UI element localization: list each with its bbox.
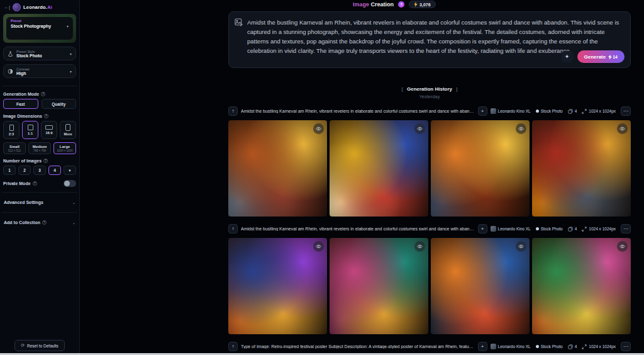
info-icon[interactable] xyxy=(33,181,37,186)
landscape-ratio-icon xyxy=(45,125,53,130)
row-menu-button[interactable]: ⋯ xyxy=(621,342,631,351)
help-badge[interactable]: ? xyxy=(398,1,404,8)
generation-prompt[interactable]: Type of Image: Retro-inspired festival p… xyxy=(241,344,475,349)
count-3-button[interactable]: 3 xyxy=(33,166,46,175)
ratio-more-button[interactable]: More xyxy=(60,121,76,139)
ratio-1-1-button[interactable]: 1:1 xyxy=(22,121,38,139)
divider xyxy=(2,212,77,213)
generated-image[interactable] xyxy=(228,120,327,217)
preset-label: Preset xyxy=(11,19,69,23)
count-4-button[interactable]: 4 xyxy=(48,166,61,175)
chevron-down-icon: ⌄ xyxy=(72,200,75,205)
prompt-enhance-button[interactable]: ✦ xyxy=(562,51,573,62)
generated-image[interactable] xyxy=(228,238,327,334)
collapse-right-icon[interactable]: } xyxy=(456,86,458,92)
count-1-button[interactable]: 1 xyxy=(3,166,16,175)
generate-button[interactable]: Generate 14 xyxy=(577,50,625,63)
reuse-prompt-button[interactable]: ↑ xyxy=(228,224,238,234)
image-count-badge: 4 xyxy=(568,227,577,232)
generated-image[interactable] xyxy=(431,120,530,217)
size-large-button[interactable]: Large 1024 × 1024 xyxy=(53,142,76,154)
history-date-label: Yesterday xyxy=(228,94,631,99)
style-badge[interactable]: Stock Photo xyxy=(536,109,563,113)
reuse-prompt-button[interactable]: ↑ xyxy=(228,106,238,116)
dimensions-badge: 1024 x 1024px xyxy=(582,227,616,232)
add-to-collection-toggle[interactable]: Add to Collection ⌄ xyxy=(3,217,76,228)
generation-row-1: ↑ Amidst the bustling Karneval am Rhein,… xyxy=(228,106,631,217)
row-header: ↑ Type of Image: Retro-inspired festival… xyxy=(228,341,631,352)
add-prompt-button[interactable]: + xyxy=(478,224,487,234)
count-more-button[interactable]: ▾ xyxy=(64,166,76,175)
model-badge[interactable]: Leonardo Kino XL xyxy=(491,108,531,114)
eye-icon[interactable] xyxy=(414,241,425,252)
generate-label: Generate xyxy=(584,54,606,60)
private-mode-row: Private Mode xyxy=(3,180,76,187)
eye-icon[interactable] xyxy=(617,241,628,252)
generation-prompt[interactable]: Amidst the bustling Karneval am Rhein, v… xyxy=(241,109,475,113)
chevron-down-icon: ▾ xyxy=(67,24,69,28)
generate-cost: 14 xyxy=(608,54,618,60)
row-header: ↑ Amidst the bustling Karneval am Rhein,… xyxy=(228,106,631,116)
ratio-16-9-button[interactable]: 16:9 xyxy=(41,121,57,139)
style-badge[interactable]: Stock Photo xyxy=(536,227,563,231)
contrast-value: High xyxy=(16,71,67,76)
mode-quality-button[interactable]: Quality xyxy=(42,99,77,109)
generated-image[interactable] xyxy=(532,238,631,334)
generation-row-2: ↑ Amidst the bustling Karneval am Rhein,… xyxy=(228,223,631,334)
style-badge[interactable]: Stock Photo xyxy=(536,344,563,349)
ratio-2-3-button[interactable]: 2:3 xyxy=(3,121,19,139)
advanced-settings-label: Advanced Settings xyxy=(4,200,43,205)
add-prompt-button[interactable]: + xyxy=(478,106,487,116)
private-mode-toggle[interactable] xyxy=(64,180,76,187)
model-badge[interactable]: Leonardo Kino XL xyxy=(491,344,531,349)
eye-icon[interactable] xyxy=(313,241,324,252)
generated-image[interactable] xyxy=(330,238,428,334)
advanced-settings-toggle[interactable]: Advanced Settings ⌄ xyxy=(3,196,76,208)
dimensions-badge: 1024 x 1024px xyxy=(582,109,616,114)
info-icon[interactable] xyxy=(41,92,45,96)
model-badge[interactable]: Leonardo Kino XL xyxy=(491,226,531,232)
row-menu-button[interactable]: ⋯ xyxy=(621,224,631,234)
preset-style-select[interactable]: Preset Style Stock Photo ▾ xyxy=(3,47,76,60)
generated-image[interactable] xyxy=(431,238,530,334)
eye-icon[interactable] xyxy=(516,241,526,252)
reuse-prompt-button[interactable]: ↑ xyxy=(228,342,238,351)
eye-icon[interactable] xyxy=(617,123,628,134)
preset-selector[interactable]: Preset Stock Photography ▾ xyxy=(3,14,76,43)
credits-pill[interactable]: 3,076 xyxy=(409,1,436,8)
token-icon xyxy=(414,2,418,7)
info-icon[interactable] xyxy=(43,159,48,163)
square-ratio-icon xyxy=(28,125,33,130)
collapse-left-icon[interactable]: { xyxy=(401,86,403,92)
mode-fast-button[interactable]: Fast xyxy=(3,99,38,109)
model-icon xyxy=(491,344,496,349)
generated-image[interactable] xyxy=(532,120,631,217)
brand-logo[interactable]: Leonardo.Ai xyxy=(23,4,52,10)
size-small-button[interactable]: Small 512 × 512 xyxy=(3,142,26,154)
collapse-sidebar-icon[interactable]: ←| xyxy=(4,4,10,10)
eye-icon[interactable] xyxy=(313,123,324,134)
eye-icon[interactable] xyxy=(414,123,425,134)
info-icon[interactable] xyxy=(42,220,47,225)
main-content: Image Creation ? 3,076 Amidst the bustli… xyxy=(228,0,631,355)
add-to-collection-label: Add to Collection xyxy=(4,220,40,225)
generated-image[interactable] xyxy=(330,120,428,217)
preset-style-value: Stock Photo xyxy=(16,54,67,58)
count-2-button[interactable]: 2 xyxy=(18,166,31,175)
model-icon xyxy=(491,226,496,232)
row-menu-button[interactable]: ⋯ xyxy=(621,106,631,116)
generation-prompt[interactable]: Amidst the bustling Karneval am Rhein, v… xyxy=(241,227,475,231)
leonardo-app: ←| Leonardo.Ai Preset Stock Photography … xyxy=(0,0,644,355)
chevron-down-icon: ▾ xyxy=(70,69,72,74)
generation-history-header: { Generation History } xyxy=(228,86,631,92)
reset-to-defaults-button[interactable]: ⟳ Reset to Defaults xyxy=(14,340,65,351)
contrast-select[interactable]: Contrast High ▾ xyxy=(3,64,76,78)
expand-icon xyxy=(582,227,587,232)
prompt-card: Amidst the bustling Karneval am Rhein, v… xyxy=(228,11,631,68)
add-prompt-button[interactable]: + xyxy=(478,342,487,351)
info-icon[interactable] xyxy=(44,114,48,118)
eye-icon[interactable] xyxy=(516,123,526,134)
size-medium-button[interactable]: Medium 768 × 768 xyxy=(28,142,51,154)
avatar[interactable] xyxy=(13,3,21,11)
style-dot-icon xyxy=(536,110,539,113)
